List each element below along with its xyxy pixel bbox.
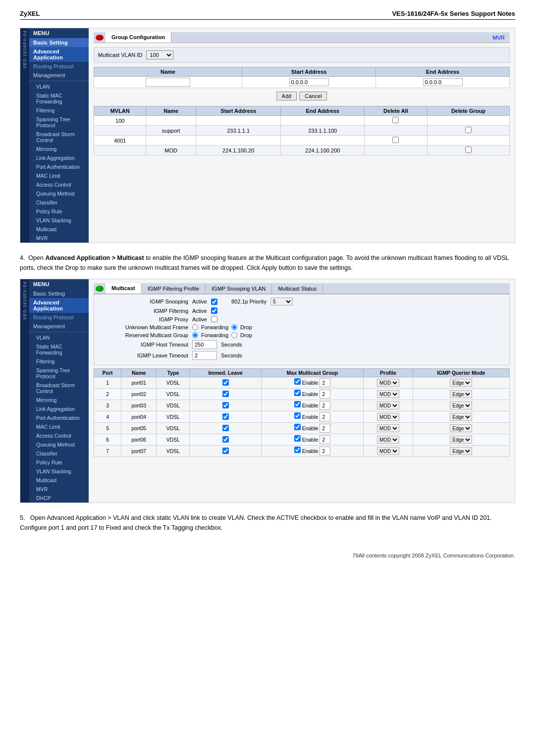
sidebar2-item-filtering[interactable]: Filtering <box>29 357 89 366</box>
cell-max[interactable]: Enable <box>261 377 363 389</box>
sidebar1-item-vlan-stacking[interactable]: VLAN Stacking <box>29 216 89 225</box>
cell-immed[interactable] <box>190 423 261 434</box>
cell-querier[interactable]: Edge <box>413 377 509 389</box>
cell-delete-group[interactable] <box>427 126 509 136</box>
querier-select[interactable]: Edge <box>450 413 472 421</box>
profile-select[interactable]: MOD <box>377 436 399 444</box>
cell-max[interactable]: Enable <box>261 446 363 457</box>
max-enable-checkbox[interactable] <box>294 412 301 419</box>
cell-immed[interactable] <box>190 446 261 457</box>
tab-multicast[interactable]: Multicast <box>106 283 142 294</box>
immed-leave-checkbox[interactable] <box>222 413 229 420</box>
cell-querier[interactable]: Edge <box>413 446 509 457</box>
igmp-filtering-active-checkbox[interactable] <box>211 307 217 314</box>
cell-max[interactable]: Enable <box>261 434 363 446</box>
sidebar2-item-link-agg[interactable]: Link Aggregation <box>29 404 89 413</box>
sidebar1-item-bsc[interactable]: Broadcast Storm Control <box>29 130 89 145</box>
sidebar2-item-policy-rule[interactable]: Policy Rule <box>29 458 89 467</box>
profile-select[interactable]: MOD <box>377 413 399 421</box>
tab-igmp-filter[interactable]: IGMP Filtering Profile <box>142 284 206 294</box>
max-val-input[interactable] <box>320 401 330 410</box>
sidebar2-item-mvr[interactable]: MVR <box>29 485 89 494</box>
sidebar1-item-stp[interactable]: Spanning Tree Protocol <box>29 115 89 130</box>
start-address-input[interactable] <box>289 78 329 86</box>
cell-profile[interactable]: MOD <box>364 377 413 389</box>
sidebar2-item-mac-limit[interactable]: MAC Limit <box>29 422 89 431</box>
immed-leave-checkbox[interactable] <box>222 391 229 397</box>
sidebar1-item-access-control[interactable]: Access Control <box>29 180 89 189</box>
cell-delete-group[interactable] <box>427 146 509 155</box>
sidebar2-item-port-auth[interactable]: Port Authentication <box>29 413 89 422</box>
igmp-leave-timeout-input[interactable] <box>192 351 217 360</box>
unknown-forwarding-radio[interactable] <box>192 324 198 330</box>
cell-delete-all[interactable] <box>365 136 428 146</box>
profile-select[interactable]: MOD <box>377 379 399 387</box>
tab-multicast-status[interactable]: Multicast Status <box>272 284 323 294</box>
sidebar2-item-bsc[interactable]: Broadcast Storm Control <box>29 381 89 396</box>
sidebar2-item-vlan[interactable]: VLAN <box>29 333 89 342</box>
querier-select[interactable]: Edge <box>450 402 472 409</box>
cell-max[interactable]: Enable <box>261 389 363 400</box>
querier-select[interactable]: Edge <box>450 379 472 387</box>
profile-select[interactable]: MOD <box>377 447 399 455</box>
sidebar2-item-routing-protocol[interactable]: Routing Protocol <box>29 313 89 322</box>
immed-leave-checkbox[interactable] <box>222 436 229 443</box>
cell-querier[interactable]: Edge <box>413 400 509 411</box>
igmp-host-timeout-input[interactable] <box>192 340 217 349</box>
cell-delete-group[interactable] <box>427 116 509 126</box>
sidebar2-item-queuing[interactable]: Queuing Method <box>29 440 89 449</box>
sidebar2-item-vlan-stacking[interactable]: VLAN Stacking <box>29 467 89 476</box>
cell-profile[interactable]: MOD <box>364 434 413 446</box>
sidebar2-item-basic-setting[interactable]: Basic Setting <box>29 289 89 298</box>
cell-profile[interactable]: MOD <box>364 411 413 423</box>
profile-select[interactable]: MOD <box>377 424 399 432</box>
sidebar1-item-mirroring[interactable]: Mirroring <box>29 145 89 153</box>
sidebar1-item-management[interactable]: Management <box>29 71 89 80</box>
delete-all-checkbox[interactable] <box>392 137 399 143</box>
sidebar1-item-port-auth[interactable]: Port Authentication <box>29 162 89 171</box>
querier-select[interactable]: Edge <box>450 436 472 444</box>
max-val-input[interactable] <box>320 447 330 455</box>
sidebar1-item-vlan[interactable]: VLAN <box>29 82 89 91</box>
sidebar1-item-link-agg[interactable]: Link Aggregation <box>29 153 89 162</box>
cell-immed[interactable] <box>190 434 261 446</box>
tab-igmp-snooping-vlan[interactable]: IGMP Snooping VLAN <box>206 284 272 294</box>
delete-group-checkbox[interactable] <box>465 147 472 153</box>
sidebar1-item-filtering[interactable]: Filtering <box>29 106 89 115</box>
cell-querier[interactable]: Edge <box>413 423 509 434</box>
igmp-proxy-active-checkbox[interactable] <box>211 316 217 322</box>
cell-profile[interactable]: MOD <box>364 389 413 400</box>
end-address-input[interactable] <box>423 78 463 86</box>
reserved-drop-radio[interactable] <box>231 332 237 338</box>
cell-max[interactable]: Enable <box>261 423 363 434</box>
sidebar1-item-static-mac[interactable]: Static MAC Forwarding <box>29 91 89 106</box>
immed-leave-checkbox[interactable] <box>222 448 229 454</box>
immed-leave-checkbox[interactable] <box>222 402 229 408</box>
sidebar1-item-queuing[interactable]: Queuing Method <box>29 189 89 198</box>
mvr-link[interactable]: MVR <box>488 33 510 43</box>
cell-profile[interactable]: MOD <box>364 400 413 411</box>
name-input[interactable] <box>146 78 190 87</box>
cell-immed[interactable] <box>190 411 261 423</box>
immed-leave-checkbox[interactable] <box>222 425 229 431</box>
sidebar1-item-classifier[interactable]: Classifier <box>29 198 89 207</box>
sidebar2-item-stp[interactable]: Spanning Tree Protocol <box>29 366 89 381</box>
sidebar1-item-policy-rule[interactable]: Policy Rule <box>29 207 89 216</box>
max-val-input[interactable] <box>320 412 330 421</box>
profile-select[interactable]: MOD <box>377 390 399 398</box>
max-enable-checkbox[interactable] <box>294 390 301 396</box>
max-enable-checkbox[interactable] <box>294 424 301 430</box>
sidebar1-item-advanced-application[interactable]: Advanced Application <box>29 47 89 62</box>
max-val-input[interactable] <box>320 378 330 387</box>
cancel-button[interactable]: Cancel <box>299 92 327 101</box>
sidebar2-item-classifier[interactable]: Classifier <box>29 449 89 458</box>
cell-delete-all[interactable] <box>365 146 428 155</box>
sidebar1-item-mac-limit[interactable]: MAC Limit <box>29 171 89 180</box>
delete-group-checkbox[interactable] <box>465 127 472 133</box>
cell-immed[interactable] <box>190 400 261 411</box>
max-enable-checkbox[interactable] <box>294 447 301 453</box>
sidebar1-item-routing-protocol[interactable]: Routing Protocol <box>29 62 89 71</box>
profile-select[interactable]: MOD <box>377 402 399 409</box>
cell-immed[interactable] <box>190 389 261 400</box>
querier-select[interactable]: Edge <box>450 390 472 398</box>
